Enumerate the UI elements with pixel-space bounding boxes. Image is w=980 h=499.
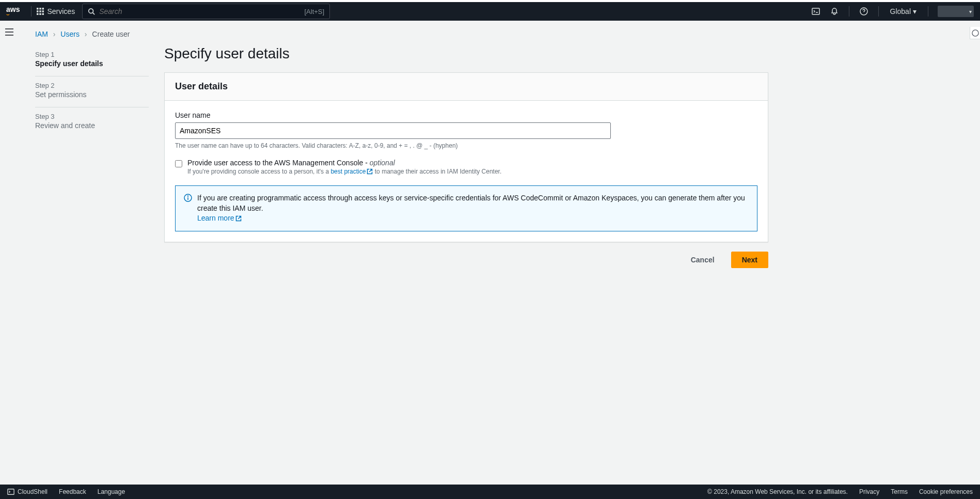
user-details-panel: User details User name The user name can… (164, 72, 768, 242)
cloudshell-label: CloudShell (18, 488, 48, 495)
info-icon (184, 194, 192, 202)
wizard-steps: Step 1 Specify user details Step 2 Set p… (35, 45, 164, 268)
region-label: Global (890, 7, 911, 15)
search-box[interactable]: [Alt+S] (82, 4, 330, 19)
svg-rect-0 (37, 8, 39, 10)
svg-rect-6 (37, 13, 39, 15)
step-2: Step 2 Set permissions (35, 76, 149, 107)
language-link[interactable]: Language (98, 488, 125, 495)
svg-line-10 (93, 13, 95, 15)
desc-post: to manage their access in IAM Identity C… (373, 168, 501, 175)
svg-rect-8 (42, 13, 44, 15)
info-message: If you are creating programmatic access … (197, 194, 745, 212)
breadcrumb: IAM › Users › Create user (15, 21, 980, 45)
learn-more-link[interactable]: Learn more (197, 214, 242, 222)
svg-rect-1 (40, 8, 42, 10)
grid-icon (37, 8, 44, 15)
help-button[interactable] (855, 2, 873, 21)
svg-rect-2 (42, 8, 44, 10)
services-label: Services (47, 7, 75, 15)
step-label: Specify user details (35, 59, 149, 68)
step-num: Step 2 (35, 82, 149, 89)
username-hint: The user name can have up to 64 characte… (175, 142, 757, 149)
search-icon (88, 8, 95, 15)
page-title: Specify user details (164, 45, 768, 62)
svg-rect-4 (40, 10, 42, 12)
panel-header: User details (165, 73, 768, 101)
svg-point-19 (188, 196, 188, 196)
svg-rect-11 (812, 8, 819, 14)
chevron-right-icon: › (85, 30, 87, 38)
svg-rect-5 (42, 10, 44, 12)
content-wrap: Step 1 Specify user details Step 2 Set p… (15, 45, 980, 268)
cloudshell-button[interactable]: CloudShell (7, 488, 48, 495)
info-panel-toggle[interactable] (970, 27, 980, 39)
info-text: If you are creating programmatic access … (197, 193, 749, 224)
form-column: Specify user details User details User n… (164, 45, 768, 268)
desc-pre: If you're providing console access to a … (187, 168, 330, 175)
cookie-preferences-link[interactable]: Cookie preferences (919, 488, 973, 495)
bottom-bar-left: CloudShell Feedback Language (7, 488, 125, 495)
breadcrumb-iam[interactable]: IAM (35, 30, 48, 38)
cancel-button[interactable]: Cancel (681, 252, 725, 268)
search-shortcut: [Alt+S] (304, 8, 324, 15)
nav-right: Global ▾ ▾ (807, 2, 974, 21)
caret-down-icon: ▾ (913, 7, 916, 15)
panel-title: User details (175, 81, 757, 92)
console-access-label-text: Provide user access to the AWS Managemen… (187, 159, 370, 167)
svg-point-9 (89, 9, 93, 13)
copyright-text: © 2023, Amazon Web Services, Inc. or its… (707, 488, 848, 495)
username-label: User name (175, 111, 757, 119)
step-label: Set permissions (35, 90, 149, 99)
breadcrumb-users[interactable]: Users (60, 30, 80, 38)
aws-logo[interactable]: aws ⌣ (6, 6, 20, 17)
svg-rect-20 (8, 489, 14, 495)
chevron-right-icon: › (53, 30, 56, 38)
region-selector[interactable]: Global ▾ (884, 7, 923, 15)
best-practice-link[interactable]: best practice (330, 168, 373, 175)
external-link-icon (367, 168, 373, 175)
top-nav: aws ⌣ Services [Alt+S] Global ▾ (0, 0, 980, 21)
console-access-row: Provide user access to the AWS Managemen… (175, 159, 757, 175)
console-access-description: If you're providing console access to a … (187, 168, 501, 175)
side-nav-toggle[interactable] (3, 26, 15, 38)
privacy-link[interactable]: Privacy (859, 488, 879, 495)
step-3: Step 3 Review and create (35, 107, 149, 138)
external-link-icon (235, 215, 242, 222)
info-box: If you are creating programmatic access … (175, 185, 757, 231)
main-area: IAM › Users › Create user Step 1 Specify… (15, 21, 980, 484)
username-input[interactable] (175, 122, 611, 139)
nav-divider (878, 6, 879, 17)
step-1[interactable]: Step 1 Specify user details (35, 45, 149, 76)
search-input[interactable] (99, 7, 304, 15)
nav-divider (31, 6, 31, 17)
aws-smile-icon: ⌣ (6, 12, 20, 17)
bottom-bar: CloudShell Feedback Language © 2023, Ama… (0, 485, 980, 499)
optional-text: optional (370, 159, 395, 167)
terms-link[interactable]: Terms (891, 488, 908, 495)
step-num: Step 3 (35, 113, 149, 120)
form-actions: Cancel Next (164, 252, 768, 268)
step-label: Review and create (35, 121, 149, 130)
nav-divider (849, 6, 849, 17)
svg-rect-7 (40, 13, 42, 15)
next-button[interactable]: Next (731, 252, 768, 268)
breadcrumb-current: Create user (92, 30, 130, 38)
bottom-bar-right: © 2023, Amazon Web Services, Inc. or its… (707, 488, 973, 495)
svg-rect-3 (37, 10, 39, 12)
step-num: Step 1 (35, 51, 149, 58)
notifications-button[interactable] (825, 2, 844, 21)
caret-down-icon: ▾ (969, 9, 972, 14)
svg-point-16 (972, 29, 978, 36)
console-access-checkbox[interactable] (175, 160, 182, 167)
panel-body: User name The user name can have up to 6… (165, 101, 768, 242)
account-menu[interactable]: ▾ (938, 6, 974, 17)
feedback-link[interactable]: Feedback (59, 488, 86, 495)
nav-divider (928, 6, 928, 17)
services-button[interactable]: Services (37, 7, 75, 15)
console-access-label: Provide user access to the AWS Managemen… (187, 159, 501, 167)
cloudshell-icon-button[interactable] (807, 2, 825, 21)
